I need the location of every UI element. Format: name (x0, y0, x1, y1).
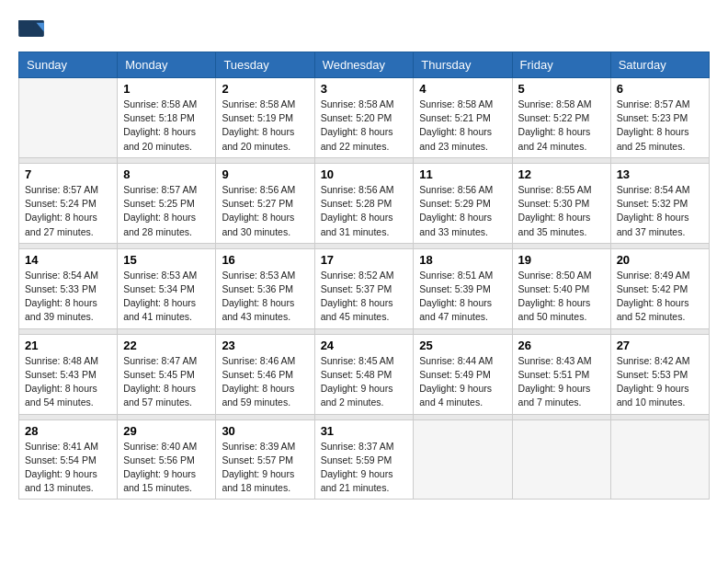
day-number: 16 (222, 253, 308, 267)
calendar-day-cell: 26Sunrise: 8:43 AM Sunset: 5:51 PM Dayli… (512, 334, 610, 414)
calendar-day-cell: 21Sunrise: 8:48 AM Sunset: 5:43 PM Dayli… (19, 334, 118, 414)
calendar-day-cell (512, 419, 610, 500)
calendar-day-cell: 15Sunrise: 8:53 AM Sunset: 5:34 PM Dayli… (118, 248, 216, 328)
day-number: 13 (617, 167, 703, 181)
day-info: Sunrise: 8:56 AM Sunset: 5:27 PM Dayligh… (222, 183, 308, 239)
calendar-day-cell (19, 78, 118, 158)
calendar-day-cell: 31Sunrise: 8:37 AM Sunset: 5:59 PM Dayli… (314, 419, 414, 500)
calendar-day-cell: 12Sunrise: 8:55 AM Sunset: 5:30 PM Dayli… (512, 163, 610, 243)
day-info: Sunrise: 8:55 AM Sunset: 5:30 PM Dayligh… (518, 183, 605, 239)
day-info: Sunrise: 8:57 AM Sunset: 5:25 PM Dayligh… (123, 183, 210, 239)
day-number: 17 (321, 253, 408, 267)
weekday-header: Friday (512, 52, 610, 78)
calendar-day-cell: 2Sunrise: 8:58 AM Sunset: 5:19 PM Daylig… (216, 78, 314, 158)
day-info: Sunrise: 8:57 AM Sunset: 5:24 PM Dayligh… (25, 183, 111, 239)
calendar-day-cell: 4Sunrise: 8:58 AM Sunset: 5:21 PM Daylig… (414, 78, 512, 158)
weekday-header: Sunday (19, 52, 118, 78)
day-info: Sunrise: 8:42 AM Sunset: 5:53 PM Dayligh… (617, 354, 703, 410)
calendar-day-cell: 19Sunrise: 8:50 AM Sunset: 5:40 PM Dayli… (512, 248, 610, 328)
day-number: 22 (123, 339, 210, 352)
calendar-day-cell: 17Sunrise: 8:52 AM Sunset: 5:37 PM Dayli… (314, 248, 414, 328)
day-number: 20 (617, 253, 703, 267)
day-number: 15 (123, 253, 210, 267)
day-number: 19 (518, 253, 605, 267)
day-number: 7 (25, 167, 111, 181)
day-number: 6 (617, 82, 703, 96)
calendar-week-row: 28Sunrise: 8:41 AM Sunset: 5:54 PM Dayli… (19, 419, 710, 500)
day-info: Sunrise: 8:58 AM Sunset: 5:21 PM Dayligh… (419, 98, 506, 154)
calendar-week-row: 14Sunrise: 8:54 AM Sunset: 5:33 PM Dayli… (19, 248, 710, 328)
day-number: 21 (25, 339, 111, 352)
day-number: 1 (123, 82, 210, 96)
day-number: 31 (321, 424, 408, 438)
day-number: 4 (419, 82, 506, 96)
day-info: Sunrise: 8:56 AM Sunset: 5:29 PM Dayligh… (419, 183, 506, 239)
calendar-day-cell: 3Sunrise: 8:58 AM Sunset: 5:20 PM Daylig… (314, 78, 414, 158)
day-info: Sunrise: 8:58 AM Sunset: 5:20 PM Dayligh… (321, 98, 408, 154)
calendar-day-cell: 1Sunrise: 8:58 AM Sunset: 5:18 PM Daylig… (118, 78, 216, 158)
calendar-day-cell: 23Sunrise: 8:46 AM Sunset: 5:46 PM Dayli… (216, 334, 314, 414)
day-number: 8 (123, 167, 210, 181)
calendar-day-cell: 30Sunrise: 8:39 AM Sunset: 5:57 PM Dayli… (216, 419, 314, 500)
day-info: Sunrise: 8:54 AM Sunset: 5:33 PM Dayligh… (25, 269, 111, 325)
day-number: 3 (321, 82, 408, 96)
calendar-day-cell: 18Sunrise: 8:51 AM Sunset: 5:39 PM Dayli… (414, 248, 512, 328)
day-info: Sunrise: 8:53 AM Sunset: 5:34 PM Dayligh… (123, 269, 210, 325)
day-number: 12 (518, 167, 605, 181)
calendar-week-row: 21Sunrise: 8:48 AM Sunset: 5:43 PM Dayli… (19, 334, 710, 414)
day-info: Sunrise: 8:58 AM Sunset: 5:22 PM Dayligh… (518, 98, 605, 154)
day-number: 25 (419, 339, 506, 352)
day-info: Sunrise: 8:56 AM Sunset: 5:28 PM Dayligh… (321, 183, 408, 239)
calendar-day-cell: 13Sunrise: 8:54 AM Sunset: 5:32 PM Dayli… (610, 163, 709, 243)
day-info: Sunrise: 8:48 AM Sunset: 5:43 PM Dayligh… (25, 354, 111, 410)
page-header (18, 18, 710, 37)
calendar-day-cell: 22Sunrise: 8:47 AM Sunset: 5:45 PM Dayli… (118, 334, 216, 414)
day-info: Sunrise: 8:37 AM Sunset: 5:59 PM Dayligh… (321, 440, 408, 496)
calendar-week-row: 7Sunrise: 8:57 AM Sunset: 5:24 PM Daylig… (19, 163, 710, 243)
day-info: Sunrise: 8:54 AM Sunset: 5:32 PM Dayligh… (617, 183, 703, 239)
day-info: Sunrise: 8:40 AM Sunset: 5:56 PM Dayligh… (123, 440, 210, 496)
weekday-header: Saturday (610, 52, 709, 78)
weekday-header: Tuesday (216, 52, 314, 78)
day-number: 26 (518, 339, 605, 352)
calendar-day-cell: 20Sunrise: 8:49 AM Sunset: 5:42 PM Dayli… (610, 248, 709, 328)
day-info: Sunrise: 8:58 AM Sunset: 5:19 PM Dayligh… (222, 98, 308, 154)
weekday-header: Wednesday (314, 52, 414, 78)
day-info: Sunrise: 8:41 AM Sunset: 5:54 PM Dayligh… (25, 440, 111, 496)
day-number: 10 (321, 167, 408, 181)
logo (18, 18, 48, 37)
weekday-header: Monday (118, 52, 216, 78)
day-info: Sunrise: 8:39 AM Sunset: 5:57 PM Dayligh… (222, 440, 308, 496)
day-info: Sunrise: 8:50 AM Sunset: 5:40 PM Dayligh… (518, 269, 605, 325)
calendar-day-cell: 29Sunrise: 8:40 AM Sunset: 5:56 PM Dayli… (118, 419, 216, 500)
day-number: 30 (222, 424, 308, 438)
logo-icon (18, 20, 44, 37)
calendar-day-cell: 16Sunrise: 8:53 AM Sunset: 5:36 PM Dayli… (216, 248, 314, 328)
calendar-day-cell: 8Sunrise: 8:57 AM Sunset: 5:25 PM Daylig… (118, 163, 216, 243)
day-info: Sunrise: 8:47 AM Sunset: 5:45 PM Dayligh… (123, 354, 210, 410)
calendar-day-cell: 25Sunrise: 8:44 AM Sunset: 5:49 PM Dayli… (414, 334, 512, 414)
day-info: Sunrise: 8:57 AM Sunset: 5:23 PM Dayligh… (617, 98, 703, 154)
calendar-day-cell: 5Sunrise: 8:58 AM Sunset: 5:22 PM Daylig… (512, 78, 610, 158)
calendar-day-cell: 27Sunrise: 8:42 AM Sunset: 5:53 PM Dayli… (610, 334, 709, 414)
calendar-day-cell: 10Sunrise: 8:56 AM Sunset: 5:28 PM Dayli… (314, 163, 414, 243)
day-info: Sunrise: 8:43 AM Sunset: 5:51 PM Dayligh… (518, 354, 605, 410)
day-number: 2 (222, 82, 308, 96)
calendar-day-cell: 6Sunrise: 8:57 AM Sunset: 5:23 PM Daylig… (610, 78, 709, 158)
day-number: 11 (419, 167, 506, 181)
calendar-day-cell (610, 419, 709, 500)
calendar-table: SundayMondayTuesdayWednesdayThursdayFrid… (18, 52, 710, 500)
day-number: 18 (419, 253, 506, 267)
day-number: 27 (617, 339, 703, 352)
calendar-day-cell: 28Sunrise: 8:41 AM Sunset: 5:54 PM Dayli… (19, 419, 118, 500)
calendar-header-row: SundayMondayTuesdayWednesdayThursdayFrid… (19, 52, 710, 78)
day-info: Sunrise: 8:45 AM Sunset: 5:48 PM Dayligh… (321, 354, 408, 410)
day-info: Sunrise: 8:51 AM Sunset: 5:39 PM Dayligh… (419, 269, 506, 325)
day-number: 24 (321, 339, 408, 352)
day-info: Sunrise: 8:52 AM Sunset: 5:37 PM Dayligh… (321, 269, 408, 325)
calendar-day-cell: 7Sunrise: 8:57 AM Sunset: 5:24 PM Daylig… (19, 163, 118, 243)
day-info: Sunrise: 8:44 AM Sunset: 5:49 PM Dayligh… (419, 354, 506, 410)
calendar-day-cell: 14Sunrise: 8:54 AM Sunset: 5:33 PM Dayli… (19, 248, 118, 328)
day-info: Sunrise: 8:46 AM Sunset: 5:46 PM Dayligh… (222, 354, 308, 410)
day-info: Sunrise: 8:49 AM Sunset: 5:42 PM Dayligh… (617, 269, 703, 325)
